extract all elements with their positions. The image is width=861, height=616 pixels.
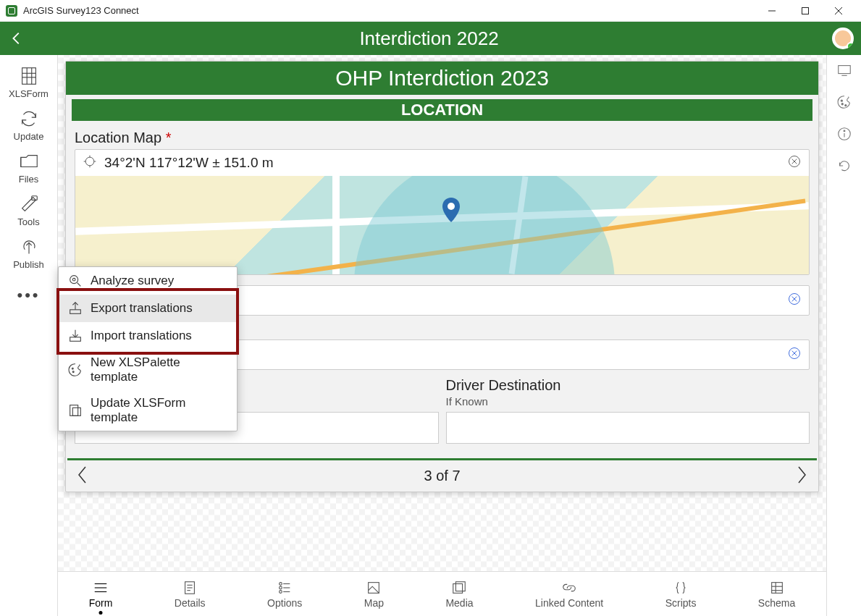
sidebar-label: Update [14, 131, 44, 142]
required-asterisk: * [166, 130, 172, 145]
sidebar-publish[interactable]: Publish [3, 233, 55, 273]
tab-media[interactable]: Media [445, 580, 473, 609]
bottom-tab-bar: Form Details Options Map Media Linked Co… [58, 571, 826, 616]
clear-highway-button[interactable] [787, 346, 802, 363]
svg-point-53 [844, 130, 845, 132]
sidebar-update[interactable]: Update [3, 105, 55, 145]
svg-point-56 [72, 278, 75, 281]
app-title: ArcGIS Survey123 Connect [23, 5, 139, 16]
tab-label: Media [445, 597, 473, 609]
ellipsis-icon: ••• [12, 282, 44, 309]
field-label: Location Map * [75, 130, 810, 146]
back-button[interactable] [7, 29, 26, 48]
label-text: Location Map [75, 130, 161, 145]
sidebar-label: Publish [13, 259, 44, 270]
sidebar-files[interactable]: Files [3, 148, 55, 187]
tab-options[interactable]: Options [267, 580, 302, 609]
svg-rect-41 [456, 581, 466, 591]
tab-schema[interactable]: Schema [758, 580, 795, 609]
clear-location-button[interactable] [787, 154, 802, 172]
svg-rect-58 [70, 310, 81, 314]
sidebar-xlsform[interactable]: XLSForm [3, 62, 55, 102]
undo-button[interactable] [836, 158, 852, 177]
field-label: Driver Destination [446, 377, 810, 394]
maximize-button[interactable] [789, 0, 822, 22]
coordinate-readout: 34°2'N 117°12'W ± 151.0 m [104, 155, 780, 171]
sidebar-tools[interactable]: Tools [3, 190, 55, 230]
location-map-field: Location Map * 34°2'N 117°12'W ± 151.0 m [66, 125, 818, 282]
minimize-button[interactable] [755, 0, 789, 22]
destination-input[interactable] [446, 412, 810, 444]
sidebar-label: XLSForm [9, 88, 49, 99]
sidebar-label: Files [19, 174, 38, 185]
svg-point-35 [280, 586, 282, 589]
right-sidebar [826, 55, 861, 616]
map-canvas[interactable] [75, 176, 809, 274]
tab-label: Scripts [665, 597, 697, 609]
svg-point-62 [72, 371, 74, 373]
menu-label: Import translations [91, 329, 192, 343]
left-sidebar: XLSForm Update Files Tools Publish ••• [0, 55, 58, 616]
menu-label: New XLSPalette template [91, 355, 228, 384]
svg-rect-40 [453, 583, 463, 593]
section-header: LOCATION [72, 99, 812, 121]
menu-update-xlsform[interactable]: Update XLSForm template [59, 390, 237, 431]
sidebar-label: Tools [17, 216, 39, 227]
svg-point-48 [841, 100, 842, 101]
svg-rect-1 [802, 7, 809, 14]
locate-icon[interactable] [83, 154, 97, 172]
survey-title: Interdiction 2022 [26, 28, 832, 50]
svg-rect-60 [70, 337, 81, 342]
tab-form[interactable]: Form [89, 580, 113, 609]
svg-point-50 [844, 104, 846, 106]
sidebar-more[interactable]: ••• [3, 279, 55, 312]
svg-point-11 [85, 157, 94, 166]
tab-linked-content[interactable]: Linked Content [535, 580, 603, 609]
menu-label: Update XLSForm template [91, 396, 228, 425]
tab-map[interactable]: Map [364, 580, 384, 609]
menu-label: Analyze survey [91, 274, 174, 288]
svg-rect-63 [70, 405, 78, 416]
form-pager: 3 of 7 [66, 460, 818, 491]
tab-details[interactable]: Details [175, 580, 206, 609]
tab-label: Map [364, 597, 384, 609]
menu-analyze-survey[interactable]: Analyze survey [59, 267, 237, 295]
svg-point-61 [72, 368, 73, 369]
driver-destination-field: Driver Destination If Known [446, 377, 810, 444]
window-titlebar: ArcGIS Survey123 Connect [0, 0, 861, 22]
svg-rect-42 [771, 582, 782, 593]
tab-scripts[interactable]: Scripts [665, 580, 697, 609]
menu-new-xlspalette[interactable]: New XLSPalette template [59, 350, 237, 390]
menu-import-translations[interactable]: Import translations [59, 322, 237, 350]
svg-point-54 [70, 276, 78, 284]
tab-label: Options [267, 597, 302, 609]
svg-point-37 [280, 590, 282, 593]
preview-device-button[interactable] [836, 62, 852, 81]
tab-label: Form [89, 597, 113, 609]
page-prev-button[interactable] [76, 465, 89, 487]
page-next-button[interactable] [795, 465, 808, 487]
svg-point-19 [448, 203, 455, 210]
info-button[interactable] [836, 126, 852, 145]
form-title: OHP Interdiction 2023 [66, 62, 818, 95]
theme-palette-button[interactable] [836, 94, 852, 113]
clear-address-button[interactable] [787, 292, 802, 309]
user-avatar[interactable] [832, 28, 854, 49]
close-button[interactable] [822, 0, 855, 22]
svg-line-55 [77, 283, 81, 287]
svg-rect-46 [838, 66, 850, 74]
svg-point-33 [280, 582, 282, 585]
svg-point-49 [841, 104, 843, 105]
field-hint: If Known [446, 395, 810, 408]
svg-rect-4 [22, 68, 35, 85]
tab-label: Details [175, 597, 206, 609]
menu-label: Export translations [91, 301, 193, 316]
app-icon [6, 5, 17, 17]
tab-label: Linked Content [535, 597, 603, 609]
menu-export-translations[interactable]: Export translations [59, 295, 237, 322]
tools-context-menu: Analyze survey Export translations Impor… [58, 266, 238, 431]
page-indicator: 3 of 7 [424, 468, 460, 484]
svg-rect-64 [72, 408, 80, 415]
map-widget[interactable]: 34°2'N 117°12'W ± 151.0 m [75, 149, 810, 275]
app-header: Interdiction 2022 [0, 22, 861, 55]
